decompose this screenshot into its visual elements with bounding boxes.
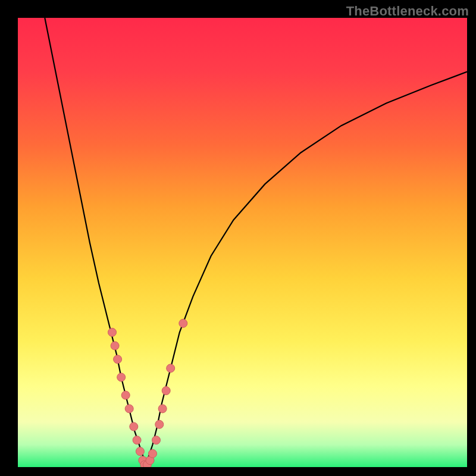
data-point (108, 328, 117, 337)
data-point (179, 319, 187, 327)
curve-left-branch (45, 18, 146, 467)
data-point (111, 342, 119, 350)
curve-svg (18, 18, 467, 467)
data-point (136, 447, 144, 456)
data-point (133, 436, 141, 444)
scatter-markers (108, 319, 187, 467)
plot-area (18, 18, 467, 467)
data-point (149, 449, 157, 458)
data-point (117, 373, 126, 381)
data-point (114, 355, 122, 364)
data-point (167, 364, 175, 372)
data-point (125, 405, 133, 413)
watermark-text: TheBottleneck.com (346, 4, 469, 19)
data-point (155, 420, 164, 428)
chart-frame: TheBottleneck.com (0, 0, 476, 476)
data-point (152, 436, 161, 444)
curve-right-branch (146, 72, 467, 467)
data-point (162, 387, 170, 395)
data-point (121, 391, 130, 399)
data-point (130, 422, 138, 431)
data-point (158, 405, 167, 413)
